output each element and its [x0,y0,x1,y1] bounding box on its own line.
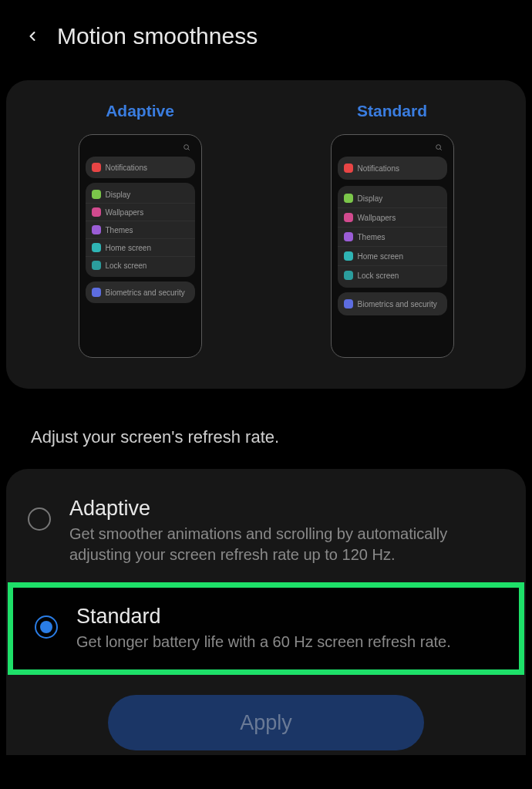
shield-icon [92,288,101,297]
phone-mock-standard: Notifications Display Wallpapers Themes … [331,134,454,358]
options-panel: Adaptive Get smoother animations and scr… [6,469,526,755]
wallpaper-icon [92,207,101,217]
bell-icon [92,163,101,172]
option-adaptive-desc: Get smoother animations and scrolling by… [69,524,504,565]
shield-icon [344,299,353,309]
option-adaptive-text: Adaptive Get smoother animations and scr… [69,497,504,565]
home-icon [344,251,353,261]
preview-standard[interactable]: Standard Notifications Display Wallpaper… [274,102,510,358]
option-standard[interactable]: Standard Get longer battery life with a … [8,582,524,675]
bell-icon [344,164,353,173]
wallpaper-icon [344,213,353,222]
svg-line-1 [187,149,189,150]
themes-icon [344,232,353,241]
lock-icon [344,271,353,280]
preview-panel: Adaptive Notifications Display Wallpaper… [6,80,526,389]
display-icon [344,194,353,203]
home-icon [92,243,101,252]
radio-standard[interactable] [35,615,58,639]
apply-container: Apply [6,675,526,755]
option-standard-title: Standard [76,605,451,629]
mock-item-biometrics: Biometrics and security [86,282,195,303]
svg-point-0 [184,145,188,150]
back-icon[interactable] [23,27,42,46]
mock-item-group: Display Wallpapers Themes Home screen Lo… [338,186,447,288]
option-adaptive[interactable]: Adaptive Get smoother animations and scr… [6,480,526,582]
mock-item-notifications: Notifications [86,157,195,178]
svg-point-2 [436,145,440,150]
section-description: Adjust your screen's refresh rate. [0,404,532,463]
mock-item-biometrics: Biometrics and security [338,292,447,315]
page-title: Motion smoothness [57,23,258,49]
mock-item-group: Display Wallpapers Themes Home screen Lo… [86,183,195,277]
preview-adaptive-label: Adaptive [106,102,174,120]
lock-icon [92,261,101,270]
svg-line-3 [439,149,441,150]
search-icon [435,143,443,153]
apply-button[interactable]: Apply [108,695,424,750]
option-standard-text: Standard Get longer battery life with a … [76,605,451,652]
themes-icon [92,225,101,234]
display-icon [92,190,101,199]
search-icon [183,143,190,153]
preview-standard-label: Standard [357,102,427,120]
option-adaptive-title: Adaptive [69,497,504,521]
page-header: Motion smoothness [0,0,532,65]
mock-item-notifications: Notifications [338,157,447,180]
option-standard-desc: Get longer battery life with a 60 Hz scr… [76,632,451,652]
phone-mock-adaptive: Notifications Display Wallpapers Themes … [79,134,202,358]
radio-adaptive[interactable] [28,507,51,531]
preview-adaptive[interactable]: Adaptive Notifications Display Wallpaper… [22,102,258,358]
